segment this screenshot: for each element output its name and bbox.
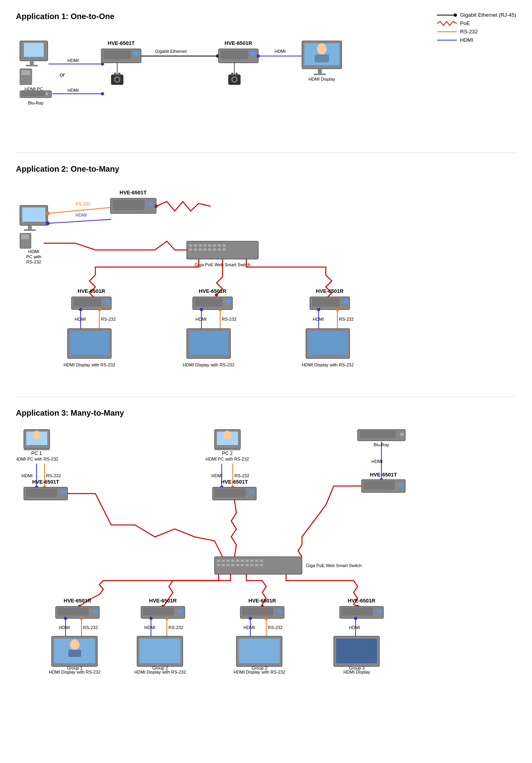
- svg-text:HVE-6501R: HVE-6501R: [199, 288, 226, 294]
- svg-rect-154: [222, 560, 225, 562]
- svg-rect-78: [222, 248, 226, 251]
- svg-text:HVE-6501R: HVE-6501R: [77, 288, 105, 294]
- app3-section: Application 3: Many-to-Many PC 1 HDMI PC…: [16, 409, 516, 696]
- svg-text:HDMI: HDMI: [313, 317, 324, 321]
- app2-rs232-label: RS-232: [75, 201, 90, 206]
- svg-rect-72: [194, 248, 197, 251]
- svg-rect-76: [213, 248, 216, 251]
- svg-rect-112: [308, 331, 347, 355]
- app1-receiver: HVE-6501R: [219, 40, 258, 85]
- app3-display4: HDMI Display Group 3: [334, 636, 379, 674]
- app1-bluray: Blu-Ray: [20, 91, 52, 105]
- svg-text:HDMI: HDMI: [21, 473, 33, 478]
- svg-rect-23: [114, 73, 116, 76]
- svg-rect-95: [226, 300, 230, 303]
- svg-rect-43: [318, 69, 322, 74]
- svg-text:HDMI Display with RS-232: HDMI Display with RS-232: [64, 362, 115, 367]
- svg-rect-105: [312, 298, 340, 307]
- svg-point-227: [354, 617, 357, 620]
- svg-rect-153: [217, 560, 220, 562]
- svg-rect-159: [246, 560, 249, 562]
- app2-rx1-hdmi-label: HDMI: [75, 317, 86, 321]
- svg-text:HVE-6501T: HVE-6501T: [120, 190, 147, 196]
- svg-rect-65: [199, 244, 202, 247]
- svg-point-55: [46, 211, 50, 215]
- svg-rect-42: [315, 54, 329, 62]
- app2-hdmi-label: HDMI: [75, 213, 87, 217]
- app2-hdmi-line: [48, 219, 111, 223]
- svg-rect-181: [93, 610, 97, 613]
- svg-rect-7: [26, 65, 38, 66]
- svg-rect-126: [26, 488, 57, 497]
- svg-point-26: [115, 77, 119, 81]
- svg-text:RS-232: RS-232: [268, 625, 282, 630]
- svg-rect-205: [139, 639, 180, 663]
- svg-rect-106: [344, 300, 348, 303]
- svg-rect-70: [222, 244, 226, 247]
- svg-point-116: [33, 431, 41, 440]
- svg-text:HDMI: HDMI: [371, 459, 383, 464]
- app1-or-label: or: [60, 71, 65, 78]
- svg-rect-158: [241, 560, 244, 562]
- svg-rect-12: [21, 91, 45, 96]
- svg-point-41: [317, 43, 327, 54]
- app3-rx3: HVE-6501R: [240, 598, 284, 618]
- svg-rect-64: [194, 244, 197, 247]
- svg-point-107: [317, 308, 320, 311]
- svg-rect-141: [250, 490, 253, 494]
- svg-text:RS-232: RS-232: [83, 625, 98, 630]
- app3-display1: HDMI Display with RS-232 Group 1: [49, 636, 101, 674]
- separator2: [16, 396, 516, 397]
- svg-rect-5: [24, 43, 44, 57]
- svg-text:HDMI: HDMI: [144, 625, 155, 630]
- svg-text:HDMI: HDMI: [28, 249, 39, 254]
- svg-rect-170: [250, 564, 253, 566]
- svg-text:HVE-6501T: HVE-6501T: [108, 40, 135, 46]
- app3-diagram: PC 1 HDMI PC with RS-232 HDMI RS-232 HVE…: [16, 426, 516, 696]
- svg-rect-165: [226, 564, 230, 566]
- svg-rect-71: [189, 248, 192, 251]
- svg-rect-168: [241, 564, 244, 566]
- svg-rect-219: [239, 639, 280, 663]
- svg-rect-167: [236, 564, 239, 566]
- app2-rx3: HVE-6501R: [310, 288, 350, 310]
- app2-rx2: HVE-6501R: [193, 288, 232, 310]
- svg-rect-69: [218, 244, 221, 247]
- svg-rect-131: [215, 449, 240, 450]
- svg-text:HDMI Display with RS-232: HDMI Display with RS-232: [302, 362, 354, 367]
- svg-rect-60: [149, 202, 153, 206]
- app2-poe-rx1: [89, 259, 199, 299]
- svg-rect-180: [58, 608, 89, 616]
- app1-hdmi-pc: HDMI PC: [20, 41, 48, 91]
- svg-rect-6: [30, 61, 34, 65]
- svg-point-98: [219, 308, 222, 311]
- svg-point-183: [64, 617, 67, 620]
- svg-point-186: [80, 617, 83, 620]
- page: Gigabit Ethernet (RJ-45) PoE RS-232 HDMI…: [0, 0, 532, 732]
- svg-text:Group 2: Group 2: [251, 666, 267, 670]
- svg-point-109: [336, 308, 339, 311]
- svg-rect-156: [231, 560, 234, 562]
- svg-rect-151: [399, 483, 402, 486]
- svg-point-16: [101, 92, 104, 95]
- svg-point-56: [46, 221, 50, 225]
- svg-rect-59: [113, 200, 145, 210]
- app3-tx3-switch: [298, 486, 362, 557]
- svg-rect-68: [213, 244, 216, 247]
- app3-pc2: PC 2 HDMI PC with RS-232: [205, 430, 249, 461]
- svg-rect-164: [222, 564, 225, 566]
- svg-point-190: [70, 639, 79, 650]
- svg-point-13: [45, 92, 48, 95]
- app3-rx2: HVE-6501R: [141, 598, 185, 618]
- svg-rect-34: [231, 73, 233, 76]
- svg-rect-49: [24, 229, 36, 231]
- svg-rect-31: [250, 52, 255, 55]
- app1-hdmi-label1: HDMI: [68, 58, 79, 63]
- app3-tx2-switch: [231, 500, 236, 557]
- app2-display3: HDMI Display with RS-232: [302, 329, 354, 367]
- app3-title: Application 3: Many-to-Many: [16, 409, 516, 418]
- app3-tx1-switch: [68, 494, 222, 557]
- app3-rx4: HVE-6501R: [340, 598, 383, 618]
- svg-point-202: [165, 617, 168, 620]
- app2-display1: HDMI Display with RS-232: [64, 329, 115, 367]
